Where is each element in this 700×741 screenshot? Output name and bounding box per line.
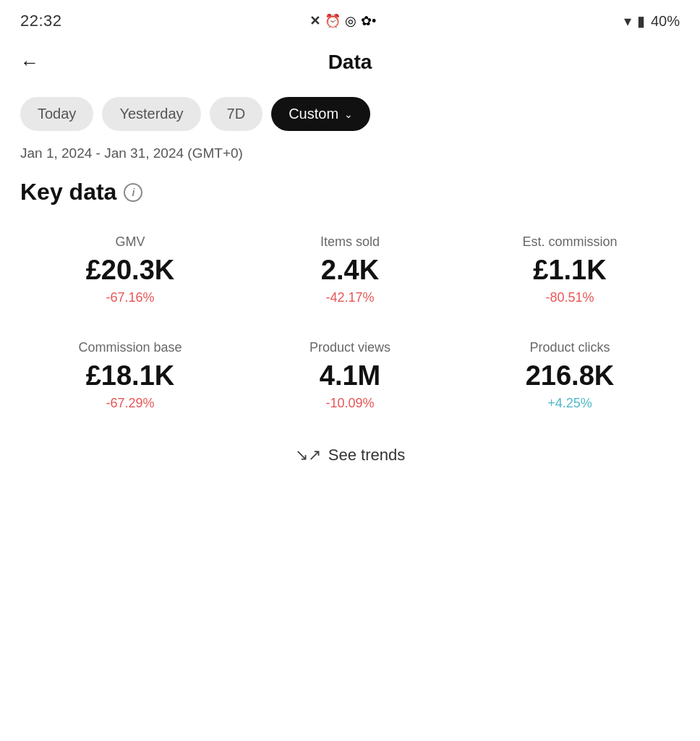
- halifax-icon: ✕: [310, 13, 320, 29]
- stat-items-sold-value: 2.4K: [321, 255, 379, 286]
- stat-gmv-change: -67.16%: [106, 290, 154, 305]
- trends-chart-icon: ↘↗: [295, 446, 321, 465]
- stat-est-commission-change: -80.51%: [545, 290, 594, 305]
- fingerprint-icon: ◎: [345, 13, 357, 29]
- page-header: ← Data: [0, 36, 700, 85]
- back-button[interactable]: ←: [20, 51, 39, 74]
- battery-percent: 40%: [651, 13, 680, 30]
- status-bar: 22:32 ✕ ⏰ ◎ ✿• ▾ ▮ 40%: [0, 0, 700, 36]
- stat-product-views-value: 4.1M: [320, 361, 380, 391]
- status-time: 22:32: [20, 12, 62, 30]
- info-icon[interactable]: i: [124, 183, 142, 202]
- see-trends-label: See trends: [328, 446, 405, 465]
- tab-custom[interactable]: Custom ⌄: [271, 97, 370, 131]
- section-header: Key data i: [0, 179, 700, 223]
- phone-frame: 22:32 ✕ ⏰ ◎ ✿• ▾ ▮ 40% ← Data Today Yest…: [0, 0, 700, 741]
- stat-est-commission: Est. commission £1.1K -80.51%: [460, 223, 680, 329]
- stat-product-views: Product views 4.1M -10.09%: [240, 329, 460, 434]
- stat-gmv: GMV £20.3K -67.16%: [20, 223, 240, 329]
- stat-items-sold-change: -42.17%: [325, 290, 374, 305]
- stat-product-clicks-value: 216.8K: [526, 361, 615, 391]
- tab-7d[interactable]: 7D: [210, 97, 263, 131]
- stat-product-views-label: Product views: [310, 340, 390, 355]
- stat-product-clicks: Product clicks 216.8K +4.25%: [460, 329, 680, 434]
- status-icons: ✕ ⏰ ◎ ✿•: [310, 13, 376, 29]
- section-title: Key data: [20, 179, 116, 206]
- stat-product-clicks-change: +4.25%: [547, 396, 592, 411]
- stat-commission-base-change: -67.29%: [106, 396, 154, 411]
- stat-commission-base-label: Commission base: [78, 340, 182, 355]
- stat-est-commission-label: Est. commission: [522, 234, 617, 250]
- tab-today[interactable]: Today: [20, 97, 93, 131]
- stats-grid: GMV £20.3K -67.16% Items sold 2.4K -42.1…: [0, 223, 700, 434]
- stat-items-sold: Items sold 2.4K -42.17%: [240, 223, 460, 329]
- page-title: Data: [328, 51, 372, 74]
- stat-est-commission-value: £1.1K: [533, 255, 606, 286]
- date-range: Jan 1, 2024 - Jan 31, 2024 (GMT+0): [0, 140, 700, 179]
- filter-tabs: Today Yesterday 7D Custom ⌄: [0, 85, 700, 140]
- battery-icon: ▮: [637, 12, 645, 30]
- stat-commission-base-value: £18.1K: [86, 361, 175, 391]
- clock-icon: ⏰: [325, 13, 341, 29]
- stat-gmv-value: £20.3K: [86, 255, 175, 286]
- stat-gmv-label: GMV: [115, 234, 145, 250]
- wifi-icon: ▾: [624, 12, 631, 30]
- tab-custom-label: Custom: [289, 106, 338, 122]
- stat-product-clicks-label: Product clicks: [529, 340, 610, 355]
- stat-items-sold-label: Items sold: [320, 234, 380, 250]
- tab-yesterday[interactable]: Yesterday: [102, 97, 200, 131]
- see-trends-button[interactable]: ↘↗ See trends: [0, 434, 700, 488]
- stat-product-views-change: -10.09%: [325, 396, 374, 411]
- status-right: ▾ ▮ 40%: [624, 12, 680, 30]
- pinwheel-icon: ✿•: [361, 13, 376, 29]
- stat-commission-base: Commission base £18.1K -67.29%: [20, 329, 240, 434]
- chevron-down-icon: ⌄: [344, 109, 353, 120]
